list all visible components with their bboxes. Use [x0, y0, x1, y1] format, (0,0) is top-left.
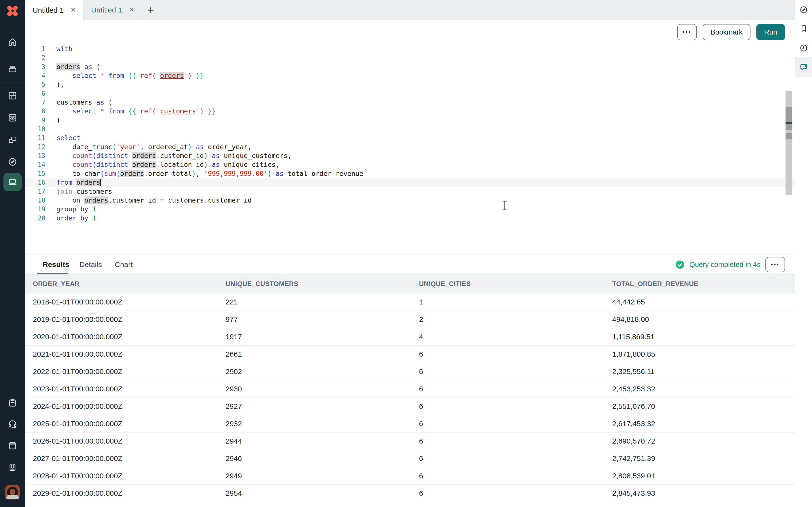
column-header[interactable]: UNIQUE_CITIES: [411, 280, 605, 288]
table-row[interactable]: 2018-01-01T00:00:00.000Z221144,442.65: [25, 293, 795, 311]
code-line[interactable]: 14 count(distinct orders.location_id) as…: [25, 160, 795, 169]
rail-ai-assistant-button[interactable]: [799, 62, 808, 72]
table-cell: 2946: [218, 454, 411, 463]
rail-history-button[interactable]: [799, 43, 808, 53]
building-icon: [7, 462, 18, 472]
run-button[interactable]: Run: [756, 24, 785, 40]
table-cell: 2022-01-01T00:00:00.000Z: [25, 368, 218, 376]
line-number: 9: [25, 116, 45, 125]
close-tab-icon[interactable]: ✕: [70, 7, 76, 13]
scrollbar-thumb[interactable]: [785, 107, 793, 130]
code-line[interactable]: 6: [25, 89, 795, 98]
code-text: select * from {{ ref('customers') }}: [56, 107, 216, 116]
line-number: 20: [25, 214, 45, 223]
results-tab-results[interactable]: Results: [43, 255, 69, 275]
rail-bookmarks-button[interactable]: [799, 24, 808, 33]
code-line[interactable]: 10: [25, 125, 795, 133]
bookmark-button[interactable]: Bookmark: [703, 24, 751, 40]
table-row[interactable]: 2029-01-01T00:00:00.000Z295462,845,473.9…: [25, 485, 795, 502]
rail-explore-button[interactable]: [799, 5, 808, 14]
table-cell: 2902: [218, 368, 411, 376]
left-sidebar: [0, 0, 25, 507]
code-line[interactable]: 12 date_trunc('year', ordered_at) as ord…: [25, 143, 795, 151]
code-line[interactable]: 20order by 1: [25, 214, 795, 223]
table-cell: 2,453,253.32: [605, 385, 795, 393]
table-row[interactable]: 2028-01-01T00:00:00.000Z294962,808,539.0…: [25, 467, 795, 485]
code-line[interactable]: 17join customers: [25, 187, 795, 196]
code-line[interactable]: 7customers as (: [25, 98, 795, 107]
code-line[interactable]: 16from orders: [25, 178, 795, 187]
sidebar-item-home[interactable]: [7, 37, 18, 47]
close-tab-icon[interactable]: ✕: [129, 7, 135, 13]
code-line[interactable]: 3orders as (: [25, 62, 795, 71]
table-row[interactable]: 2022-01-01T00:00:00.000Z290262,325,556.1…: [25, 363, 795, 380]
table-cell: 2927: [218, 402, 411, 410]
code-line[interactable]: 15 to_char(sum(orders.order_total), '999…: [25, 169, 795, 178]
table-row[interactable]: 2020-01-01T00:00:00.000Z191741,115,869.5…: [25, 328, 795, 346]
line-number: 2: [25, 53, 45, 62]
code-line[interactable]: 9): [25, 116, 795, 125]
table-row[interactable]: 2019-01-01T00:00:00.000Z9772494,818.00: [25, 311, 795, 328]
code-text: orders as (: [56, 62, 100, 71]
table-cell: 2019-01-01T00:00:00.000Z: [25, 315, 218, 324]
line-number: 15: [25, 169, 45, 178]
new-tab-button[interactable]: +: [142, 0, 159, 20]
tray-icon: [7, 64, 18, 74]
line-number: 17: [25, 187, 45, 196]
sql-editor[interactable]: 1with23orders as (4 select * from {{ ref…: [25, 45, 795, 255]
line-number: 7: [25, 98, 45, 107]
sidebar-item-support[interactable]: [7, 419, 18, 429]
code-line[interactable]: 5),: [25, 80, 795, 89]
table-header: ORDER_YEARUNIQUE_CUSTOMERSUNIQUE_CITIEST…: [25, 275, 795, 293]
text-caret: [100, 179, 101, 186]
sidebar-item-projects[interactable]: [7, 135, 18, 145]
table-cell: 2,742,751.39: [605, 454, 795, 463]
editor-scrollbar[interactable]: [785, 91, 793, 195]
code-line[interactable]: 2: [25, 53, 795, 62]
code-line[interactable]: 4 select * from {{ ref('orders') }}: [25, 71, 795, 80]
table-row[interactable]: 2025-01-01T00:00:00.000Z293262,617,453.3…: [25, 415, 795, 433]
table-row[interactable]: 2021-01-01T00:00:00.000Z266161,871,800.8…: [25, 346, 795, 363]
window-tab[interactable]: Untitled 1✕: [25, 0, 84, 20]
table-row[interactable]: 2026-01-01T00:00:00.000Z294462,690,570.7…: [25, 433, 795, 450]
code-text: count(distinct orders.customer_id) as un…: [56, 151, 292, 160]
table-cell: 2,845,473.93: [605, 489, 795, 498]
column-header[interactable]: UNIQUE_CUSTOMERS: [218, 280, 411, 288]
code-line[interactable]: 8 select * from {{ ref('customers') }}: [25, 107, 795, 116]
code-line[interactable]: 11select: [25, 133, 795, 142]
sidebar-item-organization[interactable]: [7, 462, 18, 472]
code-line[interactable]: 18 on orders.customer_id = customers.cus…: [25, 196, 795, 205]
sidebar-item-code[interactable]: [7, 113, 18, 123]
table-row[interactable]: 2027-01-01T00:00:00.000Z294662,742,751.3…: [25, 450, 795, 467]
code-line[interactable]: 1with: [25, 45, 795, 53]
results-more-button[interactable]: •••: [765, 257, 785, 272]
line-number: 16: [25, 178, 45, 187]
table-cell: 2930: [218, 385, 411, 393]
column-header[interactable]: TOTAL_ORDER_REVENUE: [605, 280, 795, 288]
home-icon: [7, 37, 18, 47]
scrollbar-cursor-mark: [785, 122, 793, 124]
table-cell: 977: [218, 315, 411, 324]
sidebar-item-explore[interactable]: [7, 157, 18, 167]
results-tab-chart[interactable]: Chart: [115, 255, 133, 275]
line-number: 11: [25, 133, 45, 142]
hex-logo[interactable]: [0, 0, 25, 21]
sidebar-item-workspace-active[interactable]: [3, 173, 22, 191]
sidebar-item-apps[interactable]: [7, 91, 18, 101]
code-line[interactable]: 13 count(distinct orders.customer_id) as…: [25, 151, 795, 160]
table-row[interactable]: 2024-01-01T00:00:00.000Z292762,551,076.7…: [25, 398, 795, 415]
user-avatar[interactable]: [5, 485, 19, 499]
table-row[interactable]: 2030-01-01T00:00:00.000Z287961,841,049.3…: [25, 502, 795, 507]
window-tab[interactable]: Untitled 1✕: [84, 0, 142, 20]
results-tab-details[interactable]: Details: [80, 255, 102, 275]
code-line[interactable]: 19group by 1: [25, 205, 795, 214]
more-options-button[interactable]: •••: [677, 24, 697, 40]
sidebar-item-collections[interactable]: [7, 64, 18, 74]
table-row[interactable]: 2023-01-01T00:00:00.000Z293062,453,253.3…: [25, 380, 795, 398]
sidebar-item-changelog[interactable]: [7, 398, 18, 408]
column-header[interactable]: ORDER_YEAR: [25, 280, 218, 288]
line-number: 6: [25, 89, 45, 98]
code-text: with: [56, 45, 72, 53]
cell-toolbar: ••• Bookmark Run: [25, 20, 795, 44]
sidebar-item-docs[interactable]: [7, 441, 18, 451]
